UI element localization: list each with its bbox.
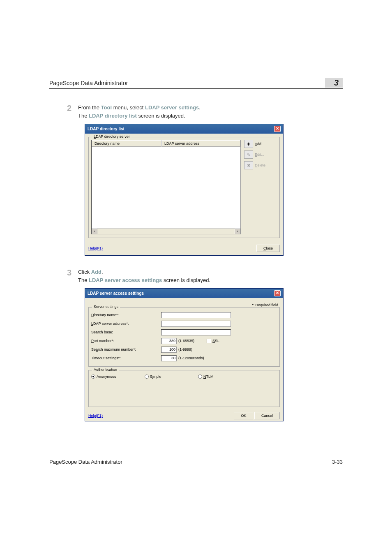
checkbox-icon [207, 339, 211, 343]
port-label: Port number*: [91, 339, 161, 343]
port-range: (1-65535) [178, 339, 194, 343]
ldap-directory-list-dialog: LDAP directory list ✕ LLDAP directory se… [85, 124, 284, 256]
groupbox-legend: LLDAP directory serverDAP directory serv… [92, 134, 131, 139]
directory-list-table[interactable]: Directory name LDAP server address ‹ › [91, 140, 241, 234]
add-button[interactable]: ✚ Add... [244, 140, 277, 148]
directory-name-input[interactable] [161, 312, 231, 318]
search-max-label: Search maximum number*: [91, 347, 161, 352]
delete-button: ✖ Delete [244, 161, 277, 169]
column-directory-name[interactable]: Directory name [92, 140, 161, 147]
column-server-address[interactable]: LDAP server address [161, 140, 240, 147]
ldap-access-settings-dialog: LDAP server access settings ✕ *: Require… [85, 288, 284, 421]
scroll-left-icon[interactable]: ‹ [92, 229, 97, 234]
server-settings-legend: Server settings [92, 305, 120, 309]
ok-button[interactable]: OK [234, 412, 253, 419]
search-base-input[interactable] [161, 329, 231, 335]
step-number-2: 2 [49, 104, 78, 120]
radio-icon [198, 375, 202, 379]
radio-icon [91, 375, 95, 379]
cancel-button[interactable]: Cancel [254, 412, 280, 419]
authentication-legend: Authentication [92, 368, 119, 372]
close-button[interactable]: Close [256, 245, 280, 252]
header-title: PageScope Data Administrator [49, 80, 128, 86]
ldap-address-label: LDAP server address*: [91, 321, 161, 326]
directory-name-label: Directory name*: [91, 313, 161, 317]
step-3-text: Click Add. The LDAP server access settin… [78, 268, 343, 284]
dialog-title: LDAP server access settings [88, 291, 144, 296]
radio-simple[interactable]: Simple [145, 375, 198, 379]
timeout-input[interactable] [161, 355, 177, 361]
step-2-text: From the Tool menu, select LDAP server s… [78, 104, 343, 120]
radio-anonymous[interactable]: Anonymous [91, 375, 145, 379]
ssl-checkbox[interactable]: SSL [207, 339, 219, 343]
search-max-range: (1-9999) [178, 347, 192, 352]
help-link[interactable]: Help(F1) [88, 414, 103, 418]
edit-icon: ✎ [244, 150, 253, 159]
ldap-address-input[interactable] [161, 321, 231, 327]
chapter-number: 3 [325, 78, 343, 88]
scroll-right-icon[interactable]: › [235, 229, 240, 234]
help-link[interactable]: Help(F1) [88, 246, 103, 250]
port-input[interactable] [161, 338, 177, 344]
timeout-label: Timeout settings*: [91, 356, 161, 360]
edit-button: ✎ Edit... [244, 150, 277, 159]
dialog-title: LDAP directory list [88, 127, 125, 131]
radio-ntlm[interactable]: NTLM [198, 375, 251, 379]
add-icon: ✚ [244, 140, 253, 148]
page-number: 3-33 [332, 459, 343, 465]
search-max-input[interactable] [161, 347, 177, 353]
footer-title: PageScope Data Administrator [49, 459, 122, 465]
radio-icon [145, 375, 149, 379]
close-icon[interactable]: ✕ [274, 126, 281, 132]
timeout-range: (1-120seconds) [178, 356, 204, 360]
close-icon[interactable]: ✕ [274, 290, 281, 296]
search-base-label: Search base: [91, 330, 161, 334]
delete-icon: ✖ [244, 161, 253, 169]
step-number-3: 3 [49, 268, 78, 284]
